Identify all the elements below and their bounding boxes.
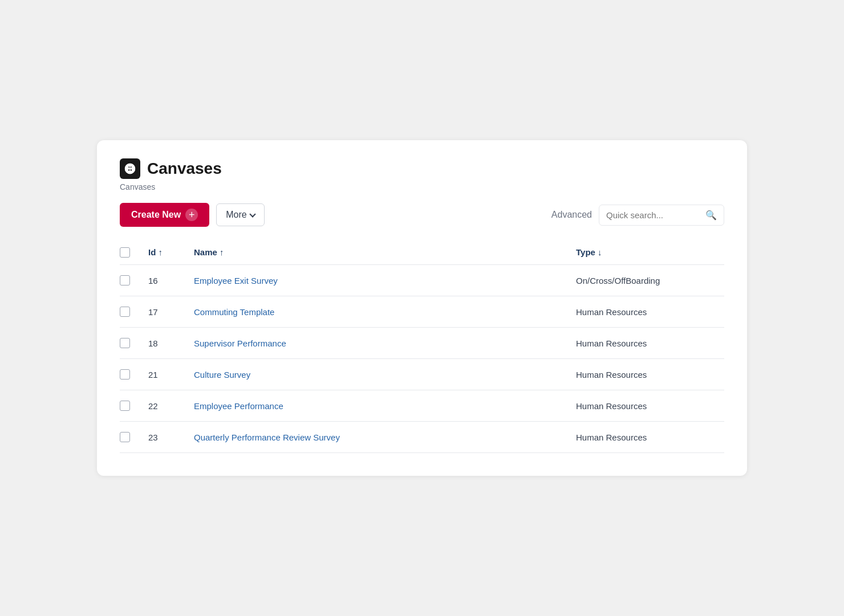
row-checkbox-3[interactable] — [120, 369, 130, 380]
more-button[interactable]: More — [216, 203, 264, 226]
page-icon — [120, 158, 140, 179]
row-name-5[interactable]: Quarterly Performance Review Survey — [194, 433, 576, 442]
row-checkbox-cell — [120, 401, 148, 411]
row-type-3: Human Resources — [576, 370, 724, 380]
plus-icon: + — [185, 209, 198, 221]
row-checkbox-0[interactable] — [120, 275, 130, 285]
table-header: Id ↑ Name ↑ Type ↓ — [120, 240, 724, 265]
row-id-0: 16 — [148, 276, 194, 285]
table-body: 16 Employee Exit Survey On/Cross/OffBoar… — [120, 265, 724, 453]
page-title-row: Canvases — [120, 158, 724, 179]
row-checkbox-2[interactable] — [120, 338, 130, 348]
row-checkbox-5[interactable] — [120, 432, 130, 442]
row-checkbox-cell — [120, 338, 148, 348]
row-checkbox-1[interactable] — [120, 307, 130, 317]
data-table: Id ↑ Name ↑ Type ↓ 16 Employee Exit Surv… — [120, 240, 724, 453]
advanced-button[interactable]: Advanced — [551, 210, 592, 220]
row-name-2[interactable]: Supervisor Performance — [194, 338, 576, 348]
row-checkbox-4[interactable] — [120, 401, 130, 411]
row-type-4: Human Resources — [576, 401, 724, 411]
row-name-0[interactable]: Employee Exit Survey — [194, 276, 576, 285]
search-input[interactable] — [606, 210, 701, 220]
row-name-1[interactable]: Commuting Template — [194, 307, 576, 317]
table-row: 23 Quarterly Performance Review Survey H… — [120, 422, 724, 453]
row-type-0: On/Cross/OffBoarding — [576, 276, 724, 285]
row-id-2: 18 — [148, 338, 194, 348]
page-title: Canvases — [147, 160, 222, 178]
row-name-3[interactable]: Culture Survey — [194, 370, 576, 380]
more-label: More — [226, 210, 246, 220]
select-all-checkbox[interactable] — [120, 247, 130, 258]
toolbar: Create New + More Advanced 🔍 — [120, 203, 724, 227]
row-id-1: 17 — [148, 307, 194, 317]
row-id-3: 21 — [148, 370, 194, 380]
table-row: 16 Employee Exit Survey On/Cross/OffBoar… — [120, 265, 724, 296]
row-checkbox-cell — [120, 275, 148, 285]
create-new-label: Create New — [131, 210, 181, 220]
row-checkbox-cell — [120, 307, 148, 317]
chevron-down-icon — [249, 211, 255, 217]
column-header-name[interactable]: Name ↑ — [194, 247, 576, 258]
column-header-type[interactable]: Type ↓ — [576, 247, 724, 258]
row-type-1: Human Resources — [576, 307, 724, 317]
row-checkbox-cell — [120, 369, 148, 380]
table-row: 22 Employee Performance Human Resources — [120, 390, 724, 422]
table-row: 17 Commuting Template Human Resources — [120, 296, 724, 328]
canvases-icon — [124, 162, 136, 175]
row-name-4[interactable]: Employee Performance — [194, 401, 576, 411]
row-type-2: Human Resources — [576, 338, 724, 348]
row-checkbox-cell — [120, 432, 148, 442]
breadcrumb: Canvases — [120, 182, 724, 191]
create-new-button[interactable]: Create New + — [120, 203, 209, 227]
row-type-5: Human Resources — [576, 433, 724, 442]
table-row: 18 Supervisor Performance Human Resource… — [120, 328, 724, 359]
row-id-5: 23 — [148, 433, 194, 442]
search-icon: 🔍 — [705, 210, 717, 221]
row-id-4: 22 — [148, 401, 194, 411]
column-header-id[interactable]: Id ↑ — [148, 247, 194, 258]
main-card: Canvases Canvases Create New + More Adva… — [97, 140, 747, 476]
table-row: 21 Culture Survey Human Resources — [120, 359, 724, 390]
header-checkbox-cell — [120, 247, 148, 258]
search-box: 🔍 — [599, 205, 724, 226]
